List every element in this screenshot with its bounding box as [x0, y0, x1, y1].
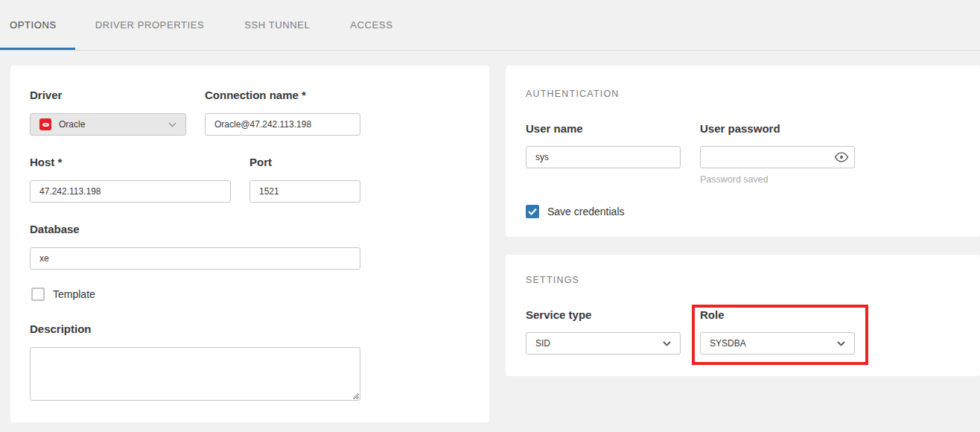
role-label: Role: [700, 308, 725, 321]
role-select[interactable]: SYSDBA: [700, 332, 855, 355]
chevron-down-icon: [837, 341, 845, 346]
chevron-down-icon: [663, 341, 671, 346]
checkmark-icon: [528, 208, 537, 215]
authentication-heading: AUTHENTICATION: [526, 89, 620, 99]
driver-label: Driver: [30, 89, 62, 101]
tab-driver-properties[interactable]: DRIVER PROPERTIES: [75, 0, 225, 50]
template-label: Template: [53, 288, 95, 300]
template-checkbox[interactable]: [31, 288, 45, 301]
connection-name-label: Connection name *: [205, 89, 306, 101]
connection-name-input[interactable]: [205, 113, 360, 136]
database-input[interactable]: [30, 247, 360, 270]
save-credentials-label: Save credentials: [547, 206, 625, 217]
port-label: Port: [249, 156, 272, 168]
service-type-label: Service type: [526, 308, 591, 321]
service-type-value: SID: [535, 338, 550, 349]
template-checkbox-row[interactable]: Template: [31, 288, 95, 301]
service-type-select[interactable]: SID: [526, 332, 681, 355]
host-label: Host *: [30, 156, 62, 168]
settings-heading: SETTINGS: [526, 275, 579, 285]
host-input[interactable]: [30, 180, 231, 203]
description-textarea[interactable]: [30, 347, 360, 401]
port-input[interactable]: [249, 180, 360, 203]
tab-access[interactable]: ACCESS: [330, 0, 413, 50]
tab-bar: OPTIONS DRIVER PROPERTIES SSH TUNNEL ACC…: [0, 0, 980, 51]
tab-options[interactable]: OPTIONS: [0, 0, 75, 50]
driver-value: Oracle: [59, 119, 85, 130]
authentication-panel: AUTHENTICATION User name User password P…: [506, 66, 980, 237]
eye-icon: [834, 152, 849, 162]
settings-panel: SETTINGS Service type SID Role SYSDBA: [506, 255, 980, 376]
oracle-icon: [39, 118, 51, 130]
show-password-button[interactable]: [834, 146, 849, 168]
user-password-input[interactable]: [700, 146, 855, 168]
save-credentials-checkbox[interactable]: [526, 205, 539, 218]
database-label: Database: [30, 223, 80, 235]
password-saved-hint: Password saved: [700, 174, 769, 185]
description-label: Description: [30, 323, 92, 335]
connection-options-panel: Driver Oracle Connection name * Host * P…: [10, 66, 489, 422]
user-password-label: User password: [700, 122, 780, 135]
save-credentials-row[interactable]: Save credentials: [526, 205, 625, 218]
driver-select[interactable]: Oracle: [30, 113, 186, 136]
tab-ssh-tunnel[interactable]: SSH TUNNEL: [224, 0, 330, 50]
chevron-down-icon: [168, 122, 176, 127]
role-value: SYSDBA: [710, 338, 746, 349]
user-name-label: User name: [526, 122, 583, 135]
user-name-input[interactable]: [526, 146, 681, 168]
